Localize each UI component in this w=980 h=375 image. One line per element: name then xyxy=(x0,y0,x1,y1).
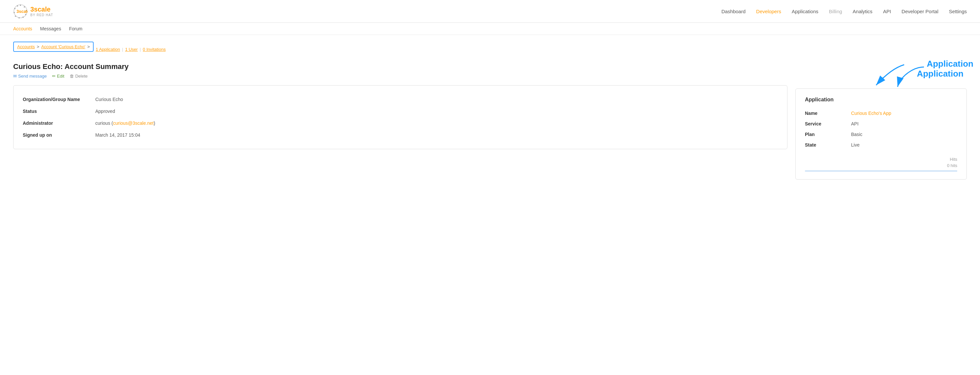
logo: 3scale 3scale BY RED HAT xyxy=(13,4,53,19)
app-field-label-state: State xyxy=(805,140,851,150)
table-row: State Live xyxy=(805,140,957,150)
edit-label: Edit xyxy=(57,73,64,78)
app-field-value-plan: Basic xyxy=(851,129,957,140)
svg-point-10 xyxy=(17,5,18,6)
application-annotation-text: Application xyxy=(927,59,974,69)
svg-point-6 xyxy=(19,17,20,19)
nav-analytics[interactable]: Analytics xyxy=(853,9,872,14)
logo-text: 3scale BY RED HAT xyxy=(30,6,53,17)
app-field-value-service: API xyxy=(851,118,957,129)
field-value-status: Approved xyxy=(95,105,778,117)
nav-developers[interactable]: Developers xyxy=(756,9,781,14)
top-navigation: 3scale 3scale BY RED HAT Dashboard Devel… xyxy=(0,0,980,23)
edit-button[interactable]: ✏ Edit xyxy=(52,73,64,78)
app-field-label-plan: Plan xyxy=(805,129,851,140)
breadcrumb-invitations-link[interactable]: 0 Invitations xyxy=(143,47,165,52)
send-message-label: Send message xyxy=(18,73,47,78)
application-table: Name Curious Echo's App Service API Plan… xyxy=(805,108,957,150)
brand-tagline: BY RED HAT xyxy=(30,13,53,17)
table-row: Signed up on March 14, 2017 15:04 xyxy=(23,129,778,141)
field-value-admin: curious (curious@3scale.net) xyxy=(95,117,778,129)
right-panel: Application Application xyxy=(795,85,967,180)
table-row: Plan Basic xyxy=(805,129,957,140)
subnav-accounts[interactable]: Accounts xyxy=(13,26,32,31)
subnav-forum[interactable]: Forum xyxy=(69,26,82,31)
field-label-admin: Administrator xyxy=(23,117,95,129)
page-title: Curious Echo: Account Summary xyxy=(13,62,967,71)
pencil-icon: ✏ xyxy=(52,73,56,78)
svg-point-1 xyxy=(20,5,21,6)
svg-point-2 xyxy=(24,6,25,8)
app-field-value-state: Live xyxy=(851,140,957,150)
application-arrow xyxy=(871,62,914,92)
account-info-table: Organization/Group Name Curious Echo Sta… xyxy=(23,93,778,141)
application-card-title: Application xyxy=(805,97,957,103)
svg-point-9 xyxy=(14,8,16,9)
hits-value: 0 hits xyxy=(805,163,957,168)
application-card: Application Name Curious Echo's App Serv… xyxy=(795,88,967,180)
field-label-org: Organization/Group Name xyxy=(23,93,95,105)
app-field-label-name: Name xyxy=(805,108,851,118)
field-label-status: Status xyxy=(23,105,95,117)
breadcrumb-user-link[interactable]: 1 User xyxy=(125,47,137,52)
table-row: Status Approved xyxy=(23,105,778,117)
svg-text:3scale: 3scale xyxy=(16,9,28,14)
table-row: Administrator curious (curious@3scale.ne… xyxy=(23,117,778,129)
sub-navigation: Accounts Messages Forum xyxy=(0,23,980,35)
breadcrumb-pipe1: | xyxy=(122,47,123,52)
nav-dashboard[interactable]: Dashboard xyxy=(721,9,746,14)
action-bar: ✉ Send message ✏ Edit 🗑 Delete xyxy=(13,73,967,78)
subnav-messages[interactable]: Messages xyxy=(40,26,61,31)
breadcrumb-application-link[interactable]: 1 Application xyxy=(95,47,120,52)
breadcrumb-pipe2: | xyxy=(140,47,141,52)
field-value-signup: March 14, 2017 15:04 xyxy=(95,129,778,141)
table-row: Service API xyxy=(805,118,957,129)
app-name-link[interactable]: Curious Echo's App xyxy=(851,110,891,116)
content-columns: Organization/Group Name Curious Echo Sta… xyxy=(13,85,967,180)
send-message-button[interactable]: ✉ Send message xyxy=(13,73,47,78)
nav-developer-portal[interactable]: Developer Portal xyxy=(902,9,939,14)
delete-button[interactable]: 🗑 Delete xyxy=(70,73,88,78)
svg-point-5 xyxy=(22,16,24,18)
trash-icon: 🗑 xyxy=(70,73,74,78)
breadcrumb: Accounts > Account 'Curious Echo' > xyxy=(13,41,94,52)
app-field-label-service: Service xyxy=(805,118,851,129)
nav-applications[interactable]: Applications xyxy=(792,9,818,14)
svg-point-7 xyxy=(15,16,16,17)
svg-point-8 xyxy=(14,12,15,13)
hits-bar xyxy=(805,171,957,171)
envelope-icon: ✉ xyxy=(13,73,17,78)
nav-billing[interactable]: Billing xyxy=(829,9,842,14)
breadcrumb-account-link[interactable]: Account 'Curious Echo' xyxy=(41,44,85,49)
nav-settings[interactable]: Settings xyxy=(949,9,967,14)
breadcrumb-accounts-link[interactable]: Accounts xyxy=(17,44,35,49)
field-value-org: Curious Echo xyxy=(95,93,778,105)
nav-api[interactable]: API xyxy=(883,9,891,14)
logo-icon: 3scale xyxy=(13,4,28,19)
table-row: Name Curious Echo's App xyxy=(805,108,957,118)
app-field-value-name: Curious Echo's App xyxy=(851,108,957,118)
breadcrumb-sep1: > xyxy=(37,44,39,49)
table-row: Organization/Group Name Curious Echo xyxy=(23,93,778,105)
annotation-label: Application xyxy=(917,69,964,79)
main-nav: Dashboard Developers Applications Billin… xyxy=(721,9,967,14)
main-content: Accounts > Account 'Curious Echo' > 1 Ap… xyxy=(0,35,980,186)
hits-label: Hits xyxy=(805,157,957,162)
delete-label: Delete xyxy=(75,73,88,78)
admin-name: curious xyxy=(95,120,110,126)
admin-email-link[interactable]: curious@3scale.net xyxy=(113,120,154,126)
hits-section: Hits 0 hits xyxy=(805,157,957,171)
field-label-signup: Signed up on xyxy=(23,129,95,141)
svg-point-4 xyxy=(25,14,26,15)
breadcrumb-sep2: > xyxy=(88,44,90,49)
brand-name: 3scale xyxy=(30,6,53,13)
account-info-card: Organization/Group Name Curious Echo Sta… xyxy=(13,85,788,149)
